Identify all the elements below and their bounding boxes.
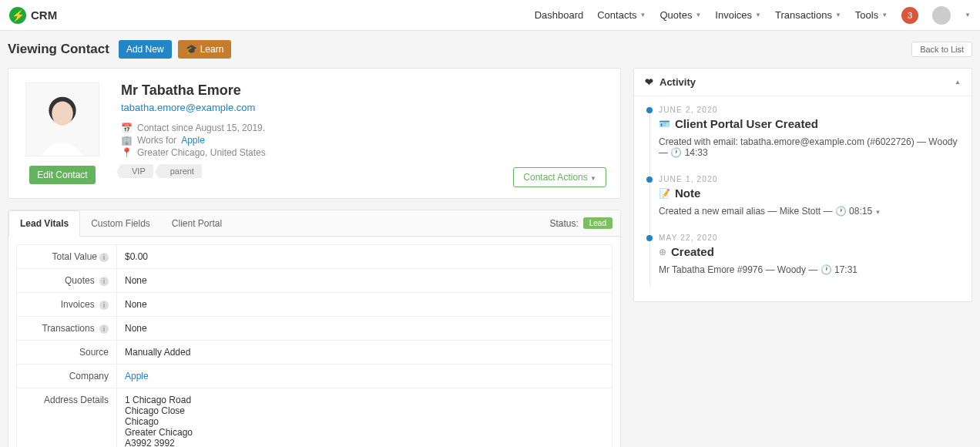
total-value: $0.00 bbox=[117, 245, 612, 269]
learn-label: Learn bbox=[200, 44, 224, 55]
brand-logo-icon: ⚡ bbox=[9, 7, 26, 24]
pin-icon: 📍 bbox=[121, 147, 133, 158]
timeline-dot-icon bbox=[646, 235, 653, 241]
timeline-date: JUNE 2, 2020 bbox=[659, 106, 958, 114]
tab-lead-vitals[interactable]: Lead Vitals bbox=[8, 210, 80, 237]
nav-dashboard-label: Dashboard bbox=[535, 9, 584, 21]
nav-quotes-label: Quotes bbox=[659, 9, 692, 21]
transactions-value: None bbox=[117, 317, 612, 341]
timeline-time: 17:31 bbox=[834, 264, 858, 275]
timeline: JUNE 2, 2020 🪪Client Portal User Created… bbox=[634, 96, 972, 301]
nav-transactions[interactable]: Transactions▼ bbox=[775, 9, 841, 21]
info-icon[interactable]: i bbox=[99, 324, 109, 334]
company-link[interactable]: Apple bbox=[181, 135, 205, 146]
quotes-label: Quotes bbox=[65, 275, 95, 286]
tag-parent[interactable]: parent bbox=[159, 164, 202, 178]
table-row: Address Details1 Chicago RoadChicago Clo… bbox=[17, 388, 612, 448]
contact-avatar bbox=[25, 82, 99, 156]
timeline-date: MAY 22, 2020 bbox=[659, 234, 958, 242]
building-icon: 🏢 bbox=[121, 135, 133, 146]
contact-name: Mr Tabatha Emore bbox=[121, 82, 266, 99]
contact-company: 🏢Works for Apple bbox=[121, 135, 266, 146]
clock-icon: 🕐 bbox=[821, 264, 832, 275]
contact-since: 📅Contact since August 15, 2019. bbox=[121, 123, 266, 133]
timeline-title: Note bbox=[675, 187, 700, 200]
nav-invoices-label: Invoices bbox=[715, 9, 752, 21]
nav-transactions-label: Transactions bbox=[775, 9, 832, 21]
chevron-down-icon: ▼ bbox=[640, 12, 646, 18]
clock-icon: 🕐 bbox=[835, 206, 847, 217]
back-to-list-button[interactable]: Back to List bbox=[911, 42, 972, 57]
address-value: 1 Chicago RoadChicago CloseChicagoGreate… bbox=[117, 388, 612, 448]
nav-dashboard[interactable]: Dashboard bbox=[535, 9, 584, 21]
nav: Dashboard Contacts▼ Quotes▼ Invoices▼ Tr… bbox=[535, 6, 971, 25]
timeline-desc: Created a new email alias — Mike Stott —… bbox=[659, 206, 958, 217]
contact-email-link[interactable]: tabatha.emore@example.com bbox=[121, 102, 255, 113]
contact-actions-button[interactable]: Contact Actions ▼ bbox=[513, 167, 606, 187]
graduation-cap-icon: 🎓 bbox=[186, 44, 197, 55]
table-row: Quotes iNone bbox=[17, 269, 612, 293]
chevron-down-icon[interactable]: ▼ bbox=[874, 209, 881, 216]
timeline-dot-icon bbox=[646, 176, 653, 183]
nav-tools-label: Tools bbox=[855, 9, 878, 21]
timeline-time: 08:15 bbox=[849, 206, 872, 217]
nav-invoices[interactable]: Invoices▼ bbox=[715, 9, 761, 21]
chevron-down-icon: ▼ bbox=[881, 12, 888, 18]
info-icon[interactable]: i bbox=[99, 253, 109, 262]
edit-contact-button[interactable]: Edit Contact bbox=[29, 166, 95, 184]
timeline-desc: Mr Tabatha Emore #9976 — Woody — 🕐 17:31 bbox=[659, 264, 958, 275]
timeline-desc: Created with email: tabatha.emore@exampl… bbox=[659, 136, 958, 158]
contact-location: 📍Greater Chicago, United States bbox=[121, 147, 266, 158]
timeline-time: 14:33 bbox=[685, 147, 708, 158]
tab-custom-fields[interactable]: Custom Fields bbox=[80, 211, 161, 236]
info-icon[interactable]: i bbox=[99, 301, 109, 310]
timeline-date: JUNE 1, 2020 bbox=[659, 175, 958, 183]
nav-tools[interactable]: Tools▼ bbox=[855, 9, 888, 21]
activity-title: Activity bbox=[659, 76, 696, 88]
user-avatar[interactable] bbox=[932, 6, 951, 25]
nav-quotes[interactable]: Quotes▼ bbox=[659, 9, 701, 21]
status-label: Status: bbox=[549, 218, 578, 229]
brand-text: CRM bbox=[31, 8, 57, 22]
invoices-value: None bbox=[117, 293, 612, 317]
works-for-prefix: Works for bbox=[137, 135, 176, 146]
topbar: ⚡ CRM Dashboard Contacts▼ Quotes▼ Invoic… bbox=[0, 0, 980, 31]
chevron-down-icon: ▼ bbox=[590, 175, 596, 182]
id-card-icon: 🪪 bbox=[659, 119, 670, 129]
vitals-card: Lead Vitals Custom Fields Client Portal … bbox=[8, 210, 621, 447]
company-label: Company bbox=[17, 365, 117, 388]
chevron-down-icon: ▼ bbox=[755, 12, 761, 18]
learn-button[interactable]: 🎓Learn bbox=[178, 40, 232, 59]
timeline-dot-icon bbox=[646, 107, 653, 113]
contact-actions-label: Contact Actions bbox=[523, 172, 587, 183]
tag-vip[interactable]: VIP bbox=[121, 164, 153, 178]
add-new-button[interactable]: Add New bbox=[119, 40, 172, 59]
brand[interactable]: ⚡ CRM bbox=[9, 7, 57, 24]
address-label: Address Details bbox=[17, 388, 117, 448]
company-link[interactable]: Apple bbox=[125, 371, 149, 381]
chevron-down-icon[interactable]: ▼ bbox=[965, 12, 971, 18]
timeline-title: Created bbox=[671, 245, 714, 258]
activity-card: ❤ Activity ▲ JUNE 2, 2020 🪪Client Portal… bbox=[633, 68, 972, 302]
timeline-title: Client Portal User Created bbox=[675, 117, 818, 130]
note-icon: 📝 bbox=[659, 188, 670, 199]
notification-badge[interactable]: 3 bbox=[901, 7, 918, 24]
chevron-up-icon[interactable]: ▲ bbox=[955, 79, 961, 86]
tabs: Lead Vitals Custom Fields Client Portal … bbox=[8, 210, 620, 237]
calendar-icon: 📅 bbox=[121, 123, 133, 133]
contact-since-text: Contact since August 15, 2019. bbox=[137, 123, 265, 133]
total-value-label: Total Value bbox=[52, 251, 97, 262]
page-header: Viewing Contact Add New 🎓Learn Back to L… bbox=[0, 31, 980, 68]
svg-point-2 bbox=[52, 102, 72, 126]
tab-client-portal[interactable]: Client Portal bbox=[161, 211, 233, 236]
activity-header[interactable]: ❤ Activity ▲ bbox=[634, 69, 972, 96]
nav-contacts[interactable]: Contacts▼ bbox=[597, 9, 646, 21]
source-label: Source bbox=[17, 341, 117, 365]
clock-icon: 🕐 bbox=[670, 147, 682, 158]
source-value: Manually Added bbox=[117, 341, 612, 365]
table-row: Transactions iNone bbox=[17, 317, 612, 341]
info-icon[interactable]: i bbox=[99, 277, 109, 286]
nav-contacts-label: Contacts bbox=[597, 9, 636, 21]
table-row: CompanyApple bbox=[17, 365, 612, 388]
table-row: SourceManually Added bbox=[17, 341, 612, 365]
